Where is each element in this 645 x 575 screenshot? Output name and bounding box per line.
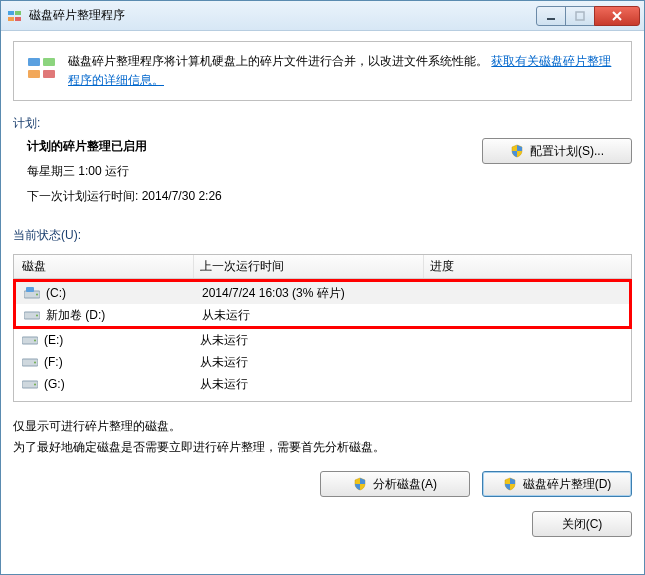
configure-schedule-button[interactable]: 配置计划(S)... [482, 138, 632, 164]
footer-buttons: 关闭(C) [13, 511, 632, 537]
shield-icon [510, 144, 524, 158]
progress-cell [426, 304, 629, 326]
lastrun-cell: 从未运行 [194, 329, 424, 351]
disk-name: (C:) [46, 286, 66, 300]
window-title: 磁盘碎片整理程序 [29, 7, 537, 24]
table-header: 磁盘 上一次运行时间 进度 [14, 255, 631, 279]
lastrun-cell: 从未运行 [196, 304, 426, 326]
minimize-button[interactable] [536, 6, 566, 26]
svg-rect-8 [28, 70, 40, 78]
lastrun-cell: 从未运行 [194, 351, 424, 373]
disk-name: (G:) [44, 377, 65, 391]
svg-point-14 [36, 315, 38, 317]
close-dialog-button[interactable]: 关闭(C) [532, 511, 632, 537]
drive-icon [22, 334, 38, 346]
defrag-label: 磁盘碎片整理(D) [523, 476, 612, 493]
progress-cell [424, 351, 631, 373]
disk-name: 新加卷 (D:) [46, 307, 105, 324]
disk-name: (E:) [44, 333, 63, 347]
close-button[interactable] [594, 6, 640, 26]
disk-list: 磁盘 上一次运行时间 进度 (C:)2014/7/24 16:03 (3% 碎片… [13, 254, 632, 402]
defrag-button[interactable]: 磁盘碎片整理(D) [482, 471, 632, 497]
schedule-recurrence: 每星期三 1:00 运行 [27, 163, 470, 180]
svg-rect-1 [15, 11, 21, 15]
status-label: 当前状态(U): [13, 227, 632, 244]
schedule-label: 计划: [13, 115, 632, 132]
defrag-icon [26, 52, 58, 84]
drive-icon [22, 356, 38, 368]
progress-cell [426, 282, 629, 304]
hint-text: 仅显示可进行碎片整理的磁盘。 为了最好地确定磁盘是否需要立即进行碎片整理，需要首… [13, 416, 632, 457]
svg-point-12 [36, 294, 38, 296]
info-text: 磁盘碎片整理程序将计算机硬盘上的碎片文件进行合并，以改进文件系统性能。 获取有关… [68, 52, 619, 90]
svg-point-18 [34, 362, 36, 364]
svg-rect-9 [43, 70, 55, 78]
svg-rect-6 [28, 58, 40, 66]
action-buttons: 分析磁盘(A) 磁盘碎片整理(D) [13, 471, 632, 497]
table-row[interactable]: 新加卷 (D:)从未运行 [16, 304, 629, 326]
svg-rect-4 [547, 18, 555, 20]
svg-rect-2 [8, 17, 14, 21]
svg-point-16 [34, 340, 36, 342]
disk-name: (F:) [44, 355, 63, 369]
content-area: 磁盘碎片整理程序将计算机硬盘上的碎片文件进行合并，以改进文件系统性能。 获取有关… [1, 31, 644, 574]
app-icon [7, 8, 23, 24]
analyze-button[interactable]: 分析磁盘(A) [320, 471, 470, 497]
svg-rect-7 [43, 58, 55, 66]
configure-schedule-label: 配置计划(S)... [530, 143, 604, 160]
shield-icon [353, 477, 367, 491]
drive-icon [22, 378, 38, 390]
schedule-info: 计划的碎片整理已启用 每星期三 1:00 运行 下一次计划运行时间: 2014/… [13, 138, 470, 213]
svg-point-20 [34, 384, 36, 386]
schedule-next-run: 下一次计划运行时间: 2014/7/30 2:26 [27, 188, 470, 205]
lastrun-cell: 2014/7/24 16:03 (3% 碎片) [196, 282, 426, 304]
drive-icon [24, 309, 40, 321]
hint-line2: 为了最好地确定磁盘是否需要立即进行碎片整理，需要首先分析磁盘。 [13, 437, 632, 457]
shield-icon [503, 477, 517, 491]
col-disk-header[interactable]: 磁盘 [14, 255, 194, 278]
maximize-button[interactable] [565, 6, 595, 26]
info-description: 磁盘碎片整理程序将计算机硬盘上的碎片文件进行合并，以改进文件系统性能。 [68, 54, 488, 68]
table-row[interactable]: (F:)从未运行 [14, 351, 631, 373]
window-controls [537, 6, 640, 26]
table-row[interactable]: (C:)2014/7/24 16:03 (3% 碎片) [16, 282, 629, 304]
schedule-panel: 计划的碎片整理已启用 每星期三 1:00 运行 下一次计划运行时间: 2014/… [13, 138, 632, 213]
info-panel: 磁盘碎片整理程序将计算机硬盘上的碎片文件进行合并，以改进文件系统性能。 获取有关… [13, 41, 632, 101]
titlebar[interactable]: 磁盘碎片整理程序 [1, 1, 644, 31]
disk-cell: (F:) [14, 351, 194, 373]
svg-rect-0 [8, 11, 14, 15]
disk-cell: (C:) [16, 282, 196, 304]
table-row[interactable]: (E:)从未运行 [14, 329, 631, 351]
close-label: 关闭(C) [562, 516, 603, 533]
col-lastrun-header[interactable]: 上一次运行时间 [194, 255, 424, 278]
disk-cell: (G:) [14, 373, 194, 395]
window-frame: 磁盘碎片整理程序 磁盘碎片整理程序 [0, 0, 645, 575]
disk-cell: 新加卷 (D:) [16, 304, 196, 326]
highlight-box: (C:)2014/7/24 16:03 (3% 碎片)新加卷 (D:)从未运行 [13, 279, 632, 329]
hint-line1: 仅显示可进行碎片整理的磁盘。 [13, 416, 632, 436]
svg-rect-3 [15, 17, 21, 21]
table-row[interactable]: (G:)从未运行 [14, 373, 631, 395]
system-drive-icon [24, 287, 40, 299]
analyze-label: 分析磁盘(A) [373, 476, 437, 493]
col-progress-header[interactable]: 进度 [424, 255, 631, 278]
progress-cell [424, 373, 631, 395]
svg-rect-11 [26, 287, 34, 292]
lastrun-cell: 从未运行 [194, 373, 424, 395]
table-body: (C:)2014/7/24 16:03 (3% 碎片)新加卷 (D:)从未运行(… [14, 279, 631, 401]
schedule-enabled: 计划的碎片整理已启用 [27, 138, 470, 155]
progress-cell [424, 329, 631, 351]
disk-cell: (E:) [14, 329, 194, 351]
svg-rect-5 [576, 12, 584, 20]
